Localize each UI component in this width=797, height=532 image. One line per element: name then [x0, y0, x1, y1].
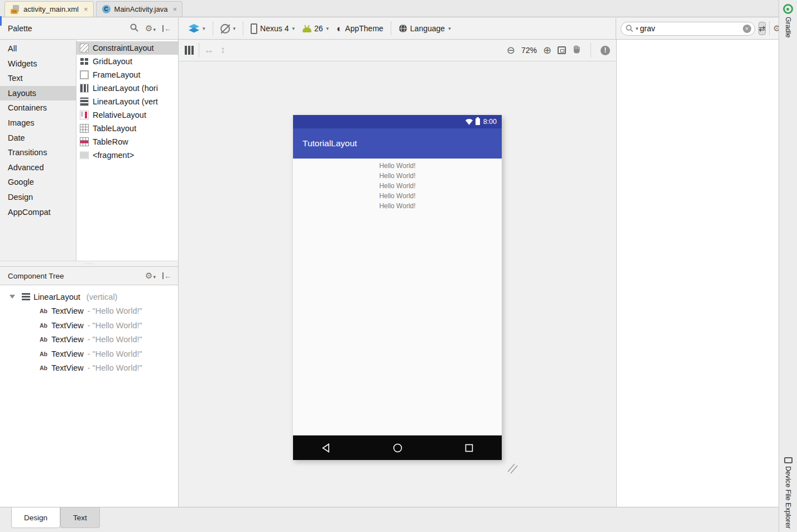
close-icon[interactable]: × [172, 5, 177, 13]
tab-text[interactable]: Text [60, 507, 100, 528]
category-date[interactable]: Date [0, 131, 76, 146]
palette-item-fragment[interactable]: <fragment> [76, 148, 178, 162]
search-box[interactable]: ▾ × [621, 22, 755, 36]
close-icon[interactable]: × [84, 5, 88, 13]
layers-icon [189, 24, 199, 33]
palette-title: Palette [8, 24, 130, 33]
warnings-icon[interactable]: ! [601, 46, 610, 55]
editor-tab-bar: <> activity_main.xml × C MainActivity.ja… [0, 0, 779, 17]
tab-label: activity_main.xml [23, 5, 79, 13]
palette-item-linearlayout-horizontal[interactable]: LinearLayout (hori [76, 82, 178, 95]
category-text[interactable]: Text [0, 71, 76, 86]
device-selector[interactable]: Nexus 4▾ [247, 21, 299, 36]
category-transitions[interactable]: Transitions [0, 145, 76, 160]
hide-panel-icon[interactable]: ← [162, 25, 171, 33]
tree-row-textview[interactable]: Ab TextView - "Hello World!" [0, 347, 178, 361]
tab-activity-main-xml[interactable]: <> activity_main.xml × [4, 1, 94, 17]
collapse-arrow-icon[interactable] [9, 295, 15, 299]
tool-window-gradle[interactable]: Gradle [783, 4, 793, 38]
category-layouts[interactable]: Layouts [0, 86, 76, 101]
swap-panels-button[interactable]: ⇄ [758, 22, 766, 35]
tab-design[interactable]: Design [11, 507, 60, 528]
android-studio-layout-editor: <> activity_main.xml × C MainActivity.ja… [0, 0, 797, 532]
component-tree-title: Component Tree [8, 272, 145, 280]
tree-row-textview[interactable]: Ab TextView - "Hello World!" [0, 361, 178, 376]
tree-row-textview[interactable]: Ab TextView - "Hello World!" [0, 318, 178, 333]
width-arrow-icon[interactable]: ↔ [204, 45, 214, 56]
textview-icon: Ab [40, 336, 47, 343]
preview-textview[interactable]: Hello World! [293, 201, 502, 211]
device-preview[interactable]: 8:00 TutorialLayout Hello World! Hello W… [293, 115, 502, 460]
palette-item-linearlayout-vertical[interactable]: LinearLayout (vert [76, 95, 178, 108]
tool-window-device-file-explorer[interactable]: Device File Explorer [784, 457, 793, 529]
orientation-selector[interactable]: ▾ [217, 21, 240, 36]
constraint-layout-icon [80, 44, 89, 52]
category-google[interactable]: Google [0, 175, 76, 190]
resize-handle[interactable] [506, 463, 518, 475]
linear-layout-vertical-icon [80, 97, 89, 106]
palette-item-constraintlayout[interactable]: ConstraintLayout [76, 41, 178, 55]
category-images[interactable]: Images [0, 116, 76, 131]
home-icon [393, 443, 402, 453]
pan-icon[interactable] [572, 45, 581, 56]
api-level-selector[interactable]: 26▾ [299, 21, 333, 36]
palette-categories: All Widgets Text Layouts Containers Imag… [0, 40, 76, 261]
xml-file-icon: <> [11, 5, 20, 14]
tree-node-label: TextView [51, 306, 84, 315]
tab-main-activity-java[interactable]: C MainActivity.java × [96, 1, 183, 17]
preview-textview[interactable]: Hello World! [293, 161, 502, 171]
panel-splitter[interactable]: ····· [0, 261, 179, 267]
palette-item-tablelayout[interactable]: TableLayout [76, 122, 178, 135]
theme-selector[interactable]: ◐ AppTheme [333, 21, 387, 36]
tree-node-label: TextView [51, 363, 84, 372]
gear-icon[interactable]: ⚙▾ [145, 271, 156, 281]
fit-screen-icon[interactable] [558, 46, 566, 54]
config-toolbar: ▾ ▾ Nexus 4▾ 26▾ ◐ AppTheme Langua [179, 18, 616, 39]
battery-icon [476, 118, 480, 125]
focus-accent-strip [0, 16, 2, 26]
category-widgets[interactable]: Widgets [0, 56, 76, 71]
search-icon[interactable] [130, 23, 138, 34]
theme-label: AppTheme [345, 24, 383, 33]
orientation-icon [220, 24, 230, 33]
tree-row-textview[interactable]: Ab TextView - "Hello World!" [0, 333, 178, 347]
category-appcompat[interactable]: AppCompat [0, 205, 76, 220]
tree-node-value: - "Hello World!" [88, 306, 142, 315]
textview-icon: Ab [40, 365, 47, 371]
zoom-out-icon[interactable]: ⊖ [507, 45, 515, 55]
search-group: ▾ × ⇄ ⚙▾ → [616, 18, 779, 39]
height-arrow-icon[interactable]: ↕ [220, 45, 225, 56]
preview-textview[interactable]: Hello World! [293, 191, 502, 201]
recents-icon [465, 444, 473, 452]
preview-textview[interactable]: Hello World! [293, 171, 502, 181]
tree-row-textview[interactable]: Ab TextView - "Hello World!" [0, 304, 178, 319]
linear-layout-icon [22, 293, 30, 300]
palette-header: Palette ⚙▾ ← [0, 18, 179, 39]
zoom-level: 72% [521, 46, 537, 55]
palette-item-tablerow[interactable]: TableRow [76, 135, 178, 148]
linear-layout-mode-icon[interactable] [185, 46, 194, 55]
locale-selector[interactable]: Language▾ [395, 21, 455, 36]
tree-node-label: TextView [51, 321, 84, 330]
design-canvas[interactable]: 8:00 TutorialLayout Hello World! Hello W… [179, 62, 616, 507]
locale-label: Language [410, 24, 445, 33]
palette-items: ConstraintLayout GridLayout FrameLayout … [76, 40, 178, 261]
category-all[interactable]: All [0, 41, 76, 56]
category-containers[interactable]: Containers [0, 100, 76, 116]
clear-search-icon[interactable]: × [743, 25, 751, 33]
gear-icon[interactable]: ⚙▾ [145, 23, 156, 33]
search-input[interactable] [640, 24, 741, 33]
device-file-explorer-label: Device File Explorer [784, 466, 792, 529]
search-options-icon[interactable]: ▾ [636, 26, 638, 31]
hide-panel-icon[interactable]: ← [162, 272, 171, 280]
zoom-in-icon[interactable]: ⊕ [543, 45, 551, 55]
design-surface-selector[interactable]: ▾ [185, 21, 209, 36]
category-advanced[interactable]: Advanced [0, 160, 76, 175]
palette-item-gridlayout[interactable]: GridLayout [76, 55, 178, 68]
tree-row-linearlayout[interactable]: LinearLayout (vertical) [0, 290, 178, 304]
category-design[interactable]: Design [0, 190, 76, 205]
tree-node-value: - "Hello World!" [88, 321, 142, 330]
preview-textview[interactable]: Hello World! [293, 181, 502, 191]
palette-item-relativelayout[interactable]: RelativeLayout [76, 108, 178, 122]
palette-item-framelayout[interactable]: FrameLayout [76, 68, 178, 82]
